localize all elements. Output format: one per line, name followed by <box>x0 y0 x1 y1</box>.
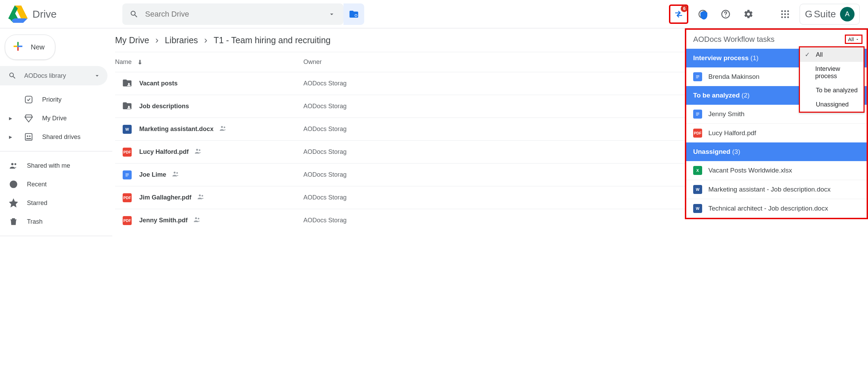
workflow-group-header[interactable]: Unassigned (3) <box>686 142 867 161</box>
workflow-task-item[interactable]: WMarketing assistant - Job description.d… <box>686 180 867 199</box>
breadcrumb-segment[interactable]: My Drive <box>115 35 149 45</box>
new-button[interactable]: New <box>5 35 55 60</box>
sort-arrow-icon[interactable] <box>136 59 143 66</box>
workflow-badge: 6 <box>681 5 688 12</box>
svg-rect-35 <box>125 175 129 175</box>
file-name: Jim Gallagher.pdf <box>139 194 191 201</box>
sidebar-item-priority[interactable]: Priority <box>0 90 112 109</box>
svg-point-37 <box>174 172 176 174</box>
workflow-task-label: Brenda Makinson <box>708 73 760 81</box>
workflow-filter-chip[interactable]: All <box>845 35 862 44</box>
shared-icon <box>219 124 227 132</box>
search-input[interactable] <box>142 10 323 19</box>
sidebar-item-shared-drives[interactable]: ▸Shared drives <box>0 128 112 146</box>
search-bar[interactable] <box>122 3 343 25</box>
sidebar-item-recent[interactable]: Recent <box>0 175 112 194</box>
svg-rect-21 <box>25 96 32 103</box>
svg-rect-20 <box>17 46 19 47</box>
shared-icon <box>194 147 202 155</box>
pdf-icon: PDF <box>693 129 702 138</box>
workflow-filter-option[interactable]: To be analyzed <box>800 83 864 97</box>
svg-rect-46 <box>696 113 699 113</box>
workflow-filter-option[interactable]: Interview process <box>800 62 864 83</box>
svg-point-14 <box>781 13 783 15</box>
logo-block[interactable]: Drive <box>8 6 122 23</box>
gdoc-icon <box>693 110 702 119</box>
svg-point-31 <box>224 127 225 128</box>
file-name: Marketing assistant.docx <box>139 125 214 133</box>
search-icon[interactable] <box>126 6 142 22</box>
help-button[interactable] <box>717 6 734 22</box>
settings-button[interactable] <box>740 6 757 22</box>
plus-icon <box>11 40 25 55</box>
breadcrumb-segment[interactable]: T1 - Team hiring and recruiting <box>214 35 331 45</box>
svg-point-29 <box>128 106 130 108</box>
gdoc-icon <box>693 72 702 81</box>
file-owner: AODocs Storag <box>303 148 347 156</box>
svg-point-24 <box>29 136 30 137</box>
sidebar-item-trash[interactable]: Trash <box>0 212 112 231</box>
col-owner[interactable]: Owner <box>303 58 322 65</box>
workflow-tasks-button[interactable]: 6 <box>669 4 688 24</box>
col-name[interactable]: Name <box>115 58 132 66</box>
svg-point-41 <box>195 217 197 220</box>
svg-marker-2 <box>11 18 25 23</box>
sidebar-item-shared-with-me[interactable]: Shared with me <box>0 156 112 175</box>
shared-icon <box>193 216 201 223</box>
svg-rect-22 <box>25 133 32 140</box>
folder-icon <box>122 101 132 112</box>
gsuite-label: G Suite <box>805 9 836 20</box>
gsuite-chip[interactable]: G Suite A <box>800 4 860 25</box>
search-dropdown-icon[interactable] <box>323 6 340 22</box>
workflow-task-item[interactable]: XVacant Posts Worldwide.xlsx <box>686 161 867 180</box>
file-name: Joe Lime <box>139 171 166 178</box>
folder-icon <box>122 78 132 89</box>
shared-icon <box>197 193 205 201</box>
expand-icon[interactable]: ▸ <box>9 114 15 122</box>
file-name: Lucy Halford.pdf <box>139 148 189 156</box>
svg-point-33 <box>199 149 200 151</box>
svg-point-39 <box>199 195 201 197</box>
svg-point-38 <box>176 172 178 174</box>
sidebar-item-my-drive[interactable]: ▸My Drive <box>0 109 112 128</box>
svg-point-40 <box>201 195 203 197</box>
svg-point-10 <box>725 16 726 17</box>
file-name: Job descriptions <box>139 103 189 110</box>
workflow-task-item[interactable]: WTechnical architect - Job description.d… <box>686 199 867 218</box>
new-button-label: New <box>31 43 45 51</box>
svg-point-25 <box>11 163 14 165</box>
workflow-task-label: Jenny Smith <box>708 110 745 118</box>
workflow-task-item[interactable]: PDFLucy Halford.pdf <box>686 123 867 142</box>
pdf-icon: PDF <box>123 148 132 157</box>
svg-point-26 <box>15 163 16 165</box>
word-icon: W <box>693 204 702 213</box>
expand-icon[interactable]: ▸ <box>9 133 15 141</box>
workflow-task-label: Lucy Halford.pdf <box>708 129 756 137</box>
svg-rect-44 <box>696 76 699 77</box>
svg-rect-48 <box>696 115 698 115</box>
sidebar-item-label: My Drive <box>42 115 67 122</box>
library-selector[interactable]: AODocs library <box>0 66 107 85</box>
pdf-icon: PDF <box>123 193 132 202</box>
svg-point-32 <box>196 149 198 151</box>
svg-point-16 <box>787 13 789 15</box>
apps-button[interactable] <box>777 6 793 22</box>
account-avatar[interactable]: A <box>840 7 855 21</box>
svg-point-28 <box>128 83 130 85</box>
pdf-icon: PDF <box>123 216 132 225</box>
aodocs-help-button[interactable] <box>695 6 711 22</box>
workflow-filter-option[interactable]: ✓All <box>800 47 864 62</box>
svg-point-12 <box>784 10 786 12</box>
file-owner: AODocs Storag <box>303 194 347 201</box>
chevron-right-icon: › <box>204 35 207 46</box>
workflow-filter-option[interactable]: Unassigned <box>800 97 864 112</box>
chevron-down-icon <box>855 37 859 41</box>
workflow-filter-dropdown: ✓AllInterview processTo be analyzedUnass… <box>799 46 865 113</box>
drive-logo-icon <box>8 6 28 23</box>
svg-point-15 <box>784 13 786 15</box>
sidebar-item-starred[interactable]: Starred <box>0 194 112 212</box>
search-icon <box>8 72 17 80</box>
svg-point-5 <box>355 15 357 16</box>
quick-access-button[interactable] <box>343 3 364 25</box>
breadcrumb-segment[interactable]: Libraries <box>165 35 198 45</box>
